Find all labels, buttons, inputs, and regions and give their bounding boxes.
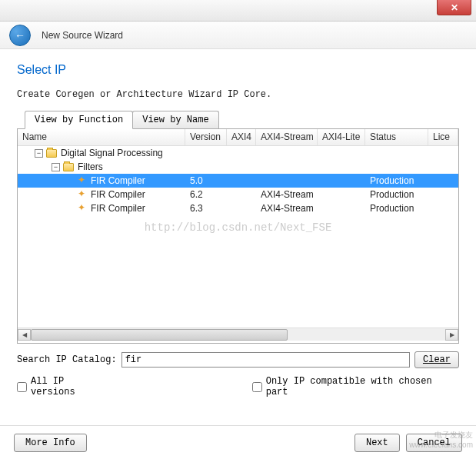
close-button[interactable]: ✕ (437, 0, 471, 15)
search-label: Search IP Catalog: (17, 354, 117, 365)
col-name[interactable]: Name (18, 129, 185, 145)
horizontal-scrollbar[interactable]: ◀ ▶ (18, 328, 458, 341)
col-status[interactable]: Status (365, 129, 428, 145)
tab-view-by-name[interactable]: View by Name (132, 111, 218, 128)
tree-header: Name Version AXI4 AXI4-Stream AXI4-Lite … (18, 129, 458, 146)
collapse-icon[interactable]: − (52, 163, 60, 171)
item-axi4s: AXI4-Stream (256, 189, 318, 200)
folder-icon (46, 149, 57, 158)
collapse-icon[interactable]: − (35, 149, 43, 158)
item-status: Production (365, 203, 428, 214)
tree-group-filters[interactable]: − Filters (18, 160, 458, 174)
only-compatible-checkbox[interactable]: Only IP compatible with chosen part (252, 376, 459, 397)
ip-icon (78, 176, 87, 185)
close-icon: ✕ (451, 2, 458, 13)
search-row: Search IP Catalog: Clear (17, 351, 459, 368)
back-button[interactable]: ← (9, 25, 31, 46)
watermark-text: http://blog.csdn.net/Next_FSE (18, 221, 458, 234)
tab-view-by-function[interactable]: View by Function (25, 111, 133, 129)
col-axi4[interactable]: AXI4 (227, 129, 256, 145)
content-area: Select IP Create Coregen or Architecture… (0, 49, 476, 405)
item-name: FIR Compiler (91, 203, 145, 214)
checkbox-row: All IP versions Only IP compatible with … (17, 376, 459, 397)
page-title: Select IP (17, 63, 459, 77)
item-version: 6.3 (185, 203, 227, 214)
item-axi4s: AXI4-Stream (256, 203, 318, 214)
tree-item-fir-63[interactable]: FIR Compiler 6.3 AXI4-Stream Production (18, 201, 458, 215)
col-license[interactable]: Lice (428, 129, 458, 145)
scroll-track[interactable] (31, 329, 445, 341)
checkbox-label: Only IP compatible with chosen part (266, 376, 459, 397)
more-info-button[interactable]: More Info (14, 434, 87, 452)
item-name: FIR Compiler (91, 175, 145, 186)
footer-bar: More Info Next Cancel (0, 425, 476, 459)
tree-item-fir-62[interactable]: FIR Compiler 6.2 AXI4-Stream Production (18, 188, 458, 201)
scroll-right-icon[interactable]: ▶ (445, 329, 458, 341)
cancel-button[interactable]: Cancel (406, 434, 462, 452)
ip-tree-panel: Name Version AXI4 AXI4-Stream AXI4-Lite … (17, 128, 459, 344)
folder-icon (63, 163, 74, 171)
clear-button[interactable]: Clear (414, 351, 459, 368)
checkbox-icon[interactable] (252, 382, 262, 392)
next-button[interactable]: Next (355, 434, 400, 452)
item-status: Production (365, 189, 428, 200)
window-title: New Source Wizard (42, 30, 123, 41)
checkbox-label: All IP versions (31, 376, 114, 397)
item-name: FIR Compiler (91, 189, 145, 200)
arrow-left-icon: ← (15, 29, 25, 42)
item-version: 5.0 (185, 175, 227, 186)
group-label: Digital Signal Processing (61, 148, 163, 158)
col-axi4-stream[interactable]: AXI4-Stream (256, 129, 318, 145)
ip-icon (78, 204, 87, 213)
all-versions-checkbox[interactable]: All IP versions (17, 376, 114, 397)
tab-bar: View by Function View by Name (25, 111, 459, 128)
scroll-left-icon[interactable]: ◀ (18, 329, 31, 341)
title-bar: ✕ (0, 0, 476, 22)
col-version[interactable]: Version (185, 129, 227, 145)
search-input[interactable] (121, 352, 410, 368)
tree-group-dsp[interactable]: − Digital Signal Processing (18, 146, 458, 160)
tree-item-fir-50[interactable]: FIR Compiler 5.0 Production (18, 174, 458, 188)
item-version: 6.2 (185, 189, 227, 200)
col-axi4-lite[interactable]: AXI4-Lite (318, 129, 365, 145)
item-status: Production (365, 175, 428, 186)
checkbox-icon[interactable] (17, 382, 27, 392)
tree-body: − Digital Signal Processing − Filters FI… (18, 146, 458, 328)
page-subtitle: Create Coregen or Architecture Wizard IP… (17, 89, 459, 100)
group-label: Filters (78, 161, 103, 172)
scroll-thumb[interactable] (31, 329, 288, 341)
ip-icon (78, 190, 87, 199)
header-bar: ← New Source Wizard (0, 22, 476, 49)
